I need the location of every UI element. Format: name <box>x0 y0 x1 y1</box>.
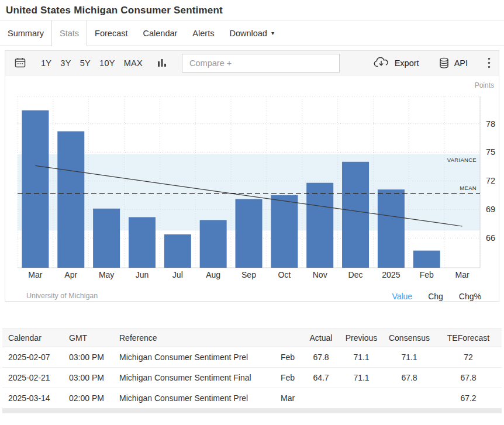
range-10y[interactable]: 10Y <box>99 58 115 68</box>
source-label: University of Michigan <box>26 292 98 300</box>
cell-consensus: 71.1 <box>384 347 435 368</box>
unit-label: Points <box>475 81 494 89</box>
bar-Aug <box>200 220 227 268</box>
x-tick-label: Aug <box>206 270 220 279</box>
cell-consensus <box>384 388 435 409</box>
bar-May <box>93 209 120 268</box>
chevron-down-icon: ▾ <box>271 30 274 36</box>
cell-previous: 71.1 <box>339 368 384 388</box>
variance-label: VARIANCE <box>447 157 477 163</box>
database-icon <box>439 57 449 69</box>
x-tick-label: Mar <box>455 270 470 279</box>
cell-actual: 64.7 <box>303 368 339 388</box>
cell-calendar: 2025-02-21 <box>2 368 63 388</box>
table-row: 2025-02-07 03:00 PM Michigan Consumer Se… <box>2 347 502 368</box>
cell-month: Mar <box>275 388 303 409</box>
range-3y[interactable]: 3Y <box>60 58 71 68</box>
range-1y[interactable]: 1Y <box>41 58 51 68</box>
cell-calendar: 2025-03-14 <box>2 388 63 409</box>
tab-summary[interactable]: Summary <box>0 20 51 46</box>
y-tick-label: 66 <box>486 233 495 243</box>
api-button[interactable]: API <box>439 57 468 69</box>
export-button[interactable]: Export <box>374 57 419 68</box>
x-tick-label: Feb <box>420 270 434 279</box>
y-tick-label: 75 <box>486 147 495 157</box>
x-tick-label: Jun <box>136 270 149 279</box>
bar-Jun <box>129 217 156 268</box>
compare-input[interactable] <box>182 54 340 72</box>
table-row: 2025-03-14 02:00 PM Michigan Consumer Se… <box>2 388 502 409</box>
cell-gmt: 03:00 PM <box>63 368 113 388</box>
more-options-button[interactable] <box>488 57 491 68</box>
mode-chg[interactable]: Chg <box>428 292 443 301</box>
x-tick-label: Apr <box>64 270 77 279</box>
cell-gmt: 02:00 PM <box>63 388 113 409</box>
tab-alerts[interactable]: Alerts <box>185 20 222 46</box>
tab-download-label: Download <box>229 29 267 38</box>
tab-download[interactable]: Download ▾ <box>222 20 282 46</box>
table-header-row: Calendar GMT Reference Actual Previous C… <box>2 329 502 347</box>
cell-month: Feb <box>275 368 303 388</box>
tab-forecast[interactable]: Forecast <box>87 20 135 46</box>
display-mode-switch: Value Chg Chg% <box>392 292 481 301</box>
x-tick-label: May <box>99 270 114 279</box>
sentiment-bar-chart: 6669727578VARIANCEMEANMarAprMayJunJulAug… <box>5 75 498 281</box>
bar-Apr <box>57 132 84 268</box>
range-5y[interactable]: 5Y <box>80 58 91 68</box>
date-range-button[interactable] <box>13 56 27 70</box>
col-actual: Actual <box>303 329 339 347</box>
range-selector: 1Y 3Y 5Y 10Y MAX <box>41 58 143 68</box>
bar-Feb <box>413 251 440 268</box>
cell-previous <box>339 388 384 409</box>
bottom-strip <box>2 409 502 413</box>
bar-Dec <box>342 162 369 268</box>
toolbar-right: Export API <box>374 57 491 69</box>
cell-actual: 67.8 <box>303 347 339 368</box>
kebab-menu-icon <box>488 57 491 68</box>
x-tick-label: Nov <box>313 270 327 279</box>
bar-Sep <box>236 199 263 268</box>
y-tick-label: 72 <box>486 176 495 185</box>
cell-previous: 71.1 <box>339 347 384 368</box>
bar-2025 <box>378 189 405 268</box>
tab-bar: Summary Stats Forecast Calendar Alerts D… <box>0 20 504 46</box>
col-previous: Previous <box>339 329 384 347</box>
x-tick-label: Jul <box>172 270 183 279</box>
column-chart-icon <box>158 58 167 68</box>
x-tick-label: Dec <box>348 270 363 279</box>
cell-actual <box>303 388 339 409</box>
export-label: Export <box>395 58 419 68</box>
api-label: API <box>454 58 468 68</box>
chart-footer: University of Michigan Value Chg Chg% <box>5 284 499 301</box>
col-teforecast: TEForecast <box>435 329 502 347</box>
cell-reference: Michigan Consumer Sentiment Final <box>113 368 275 388</box>
range-max[interactable]: MAX <box>124 58 143 68</box>
bar-Oct <box>271 195 298 268</box>
col-reference: Reference <box>113 329 275 347</box>
cell-teforecast: 67.8 <box>435 368 502 388</box>
x-tick-label: Oct <box>278 270 291 279</box>
y-tick-label: 78 <box>486 119 495 129</box>
calendar-icon <box>13 56 27 70</box>
mean-label: MEAN <box>460 185 477 191</box>
cell-teforecast: 67.2 <box>435 388 502 409</box>
cell-calendar: 2025-02-07 <box>2 347 63 368</box>
chart-toolbar: 1Y 3Y 5Y 10Y MAX Export <box>5 51 499 75</box>
col-calendar: Calendar <box>2 329 63 347</box>
col-gmt: GMT <box>63 329 113 347</box>
chart-card: 1Y 3Y 5Y 10Y MAX Export <box>5 50 499 302</box>
tab-stats[interactable]: Stats <box>51 20 87 46</box>
mode-value[interactable]: Value <box>392 292 412 301</box>
x-tick-label: 2025 <box>382 270 400 279</box>
col-month <box>275 329 303 347</box>
col-consensus: Consensus <box>384 329 435 347</box>
table-row: 2025-02-21 03:00 PM Michigan Consumer Se… <box>2 368 502 388</box>
cell-month: Feb <box>275 347 303 368</box>
chart-type-button[interactable] <box>158 58 167 68</box>
mode-chg-percent[interactable]: Chg% <box>459 292 481 301</box>
cloud-download-icon <box>374 57 389 68</box>
cell-reference: Michigan Consumer Sentiment Prel <box>113 347 275 368</box>
bar-Mar <box>22 110 49 268</box>
tab-calendar[interactable]: Calendar <box>136 20 185 46</box>
page-title: United States Michigan Consumer Sentimen… <box>0 0 504 20</box>
